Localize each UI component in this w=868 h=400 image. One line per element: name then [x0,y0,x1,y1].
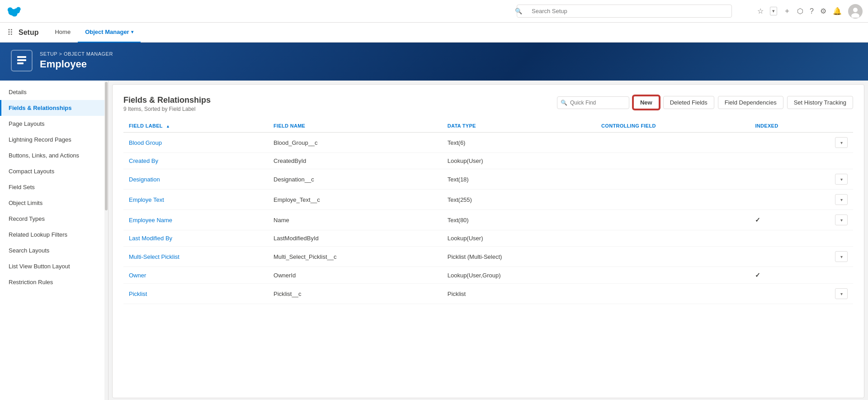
cell-actions: ▾ [830,284,853,304]
svg-point-6 [853,8,858,12]
star-icon[interactable]: ☆ [757,7,764,15]
svg-point-4 [16,7,21,11]
sidebar-item-page-layouts[interactable]: Page Layouts [0,116,108,132]
section-actions: 🔍 New Deleted Fields Field Dependencies … [557,95,853,110]
cell-actions [830,267,853,284]
grid-icon: ⠿ [7,28,13,38]
salesforce-logo[interactable] [5,2,24,20]
col-indexed: INDEXED [750,119,830,133]
sidebar-item-field-sets[interactable]: Field Sets [0,179,108,195]
cell-field-label: Multi-Select Picklist [123,247,268,267]
cell-data-type: Text(255) [442,190,596,210]
tab-object-manager-label: Object Manager [85,29,129,35]
cell-controlling-field [596,190,750,210]
field-label-link[interactable]: Created By [129,157,158,164]
section-title-block: Fields & Relationships 9 Items, Sorted b… [123,95,557,112]
cell-actions: ▾ [830,169,853,190]
cell-field-name: Blood_Group__c [268,133,442,153]
cell-field-name: CreatedById [268,153,442,169]
tab-object-manager[interactable]: Object Manager ▾ [78,23,141,43]
search-input[interactable] [517,5,732,18]
cell-indexed [750,153,830,169]
sidebar-item-related-lookup-filters[interactable]: Related Lookup Filters [0,227,108,243]
field-label-link[interactable]: Designation [129,176,160,183]
field-label-link[interactable]: Owner [129,272,146,279]
row-action-button[interactable]: ▾ [835,214,848,225]
sidebar-item-fields-relationships[interactable]: Fields & Relationships [0,100,108,116]
row-action-button[interactable]: ▾ [835,251,848,262]
sidebar-item-search-layouts[interactable]: Search Layouts [0,243,108,258]
cell-indexed [750,133,830,153]
field-label-link[interactable]: Blood Group [129,139,162,146]
user-avatar[interactable] [848,4,863,19]
quick-find-input[interactable] [557,96,629,109]
sidebar-item-details[interactable]: Details [0,84,108,100]
row-action-button[interactable]: ▾ [835,174,848,185]
cell-indexed [750,190,830,210]
help-icon[interactable]: ? [810,7,814,15]
sidebar-scrollbar-thumb [105,82,108,210]
col-field-label[interactable]: FIELD LABEL ▲ [123,119,268,133]
table-row: Blood Group Blood_Group__c Text(6) ▾ [123,133,853,153]
hero-area: SETUP > OBJECT MANAGER Employee [0,43,868,81]
cell-data-type: Lookup(User,Group) [442,267,596,284]
sidebar-item-buttons-links-actions[interactable]: Buttons, Links, and Actions [0,148,108,163]
field-label-link[interactable]: Employe Text [129,196,164,203]
svg-point-2 [12,11,18,16]
col-data-type: DATA TYPE [442,119,596,133]
table-row: Owner OwnerId Lookup(User,Group) ✓ [123,267,853,284]
gear-icon[interactable]: ⚙ [820,7,826,15]
cell-controlling-field [596,247,750,267]
cell-indexed [750,284,830,304]
deleted-fields-button[interactable]: Deleted Fields [663,96,714,109]
field-label-link[interactable]: Last Modified By [129,235,172,242]
field-label-link[interactable]: Multi-Select Picklist [129,253,179,260]
row-action-button[interactable]: ▾ [835,288,848,299]
sidebar-item-list-view-button-layout[interactable]: List View Button Layout [0,258,108,274]
cell-field-name: Picklist__c [268,284,442,304]
field-label-link[interactable]: Employee Name [129,217,172,224]
quick-find-icon: 🔍 [561,100,567,106]
cell-data-type: Text(80) [442,210,596,230]
tab-home[interactable]: Home [47,23,78,43]
table-body: Blood Group Blood_Group__c Text(6) ▾ Cre… [123,133,853,304]
layers-icon[interactable]: ⬡ [797,7,803,15]
row-action-button[interactable]: ▾ [835,137,848,148]
sidebar-item-object-limits[interactable]: Object Limits [0,195,108,211]
bell-icon[interactable]: 🔔 [833,7,842,15]
main-content: Details Fields & Relationships Page Layo… [0,81,868,400]
table-row: Designation Designation__c Text(18) ▾ [123,169,853,190]
cell-field-name: Employe_Text__c [268,190,442,210]
indexed-checkmark: ✓ [755,216,760,224]
sidebar-item-lightning-record-pages[interactable]: Lightning Record Pages [0,132,108,148]
cell-controlling-field [596,267,750,284]
cell-field-label: Created By [123,153,268,169]
cell-field-label: Employe Text [123,190,268,210]
section-header: Fields & Relationships 9 Items, Sorted b… [123,95,853,112]
sidebar-item-record-types[interactable]: Record Types [0,211,108,227]
table-row: Employee Name Name Text(80) ✓ ▾ [123,210,853,230]
cell-field-label: Blood Group [123,133,268,153]
section-title: Fields & Relationships [123,95,557,105]
cell-field-name: Name [268,210,442,230]
table-row: Last Modified By LastModifiedById Lookup… [123,230,853,247]
chevron-down-icon: ▾ [131,29,133,34]
new-button[interactable]: New [633,95,660,110]
cell-field-label: Owner [123,267,268,284]
field-label-link[interactable]: Picklist [129,290,147,297]
add-icon[interactable]: ＋ [783,6,791,16]
setup-tabbar: ⠿ Setup Home Object Manager ▾ [0,23,868,43]
field-dependencies-button[interactable]: Field Dependencies [718,96,783,109]
sidebar-item-compact-layouts[interactable]: Compact Layouts [0,163,108,179]
page-title: Employee [40,58,113,70]
breadcrumb: SETUP > OBJECT MANAGER [40,51,113,57]
row-action-button[interactable]: ▾ [835,194,848,205]
dropdown-icon[interactable]: ▾ [770,7,777,15]
sidebar-item-restriction-rules[interactable]: Restriction Rules [0,274,108,290]
nav-right-icons: ☆ ▾ ＋ ⬡ ? ⚙ 🔔 [757,4,863,19]
fields-table: FIELD LABEL ▲ FIELD NAME DATA TYPE CONTR… [123,119,853,304]
cell-indexed [750,247,830,267]
svg-point-3 [8,7,13,12]
set-history-tracking-button[interactable]: Set History Tracking [787,96,853,109]
cell-field-label: Employee Name [123,210,268,230]
